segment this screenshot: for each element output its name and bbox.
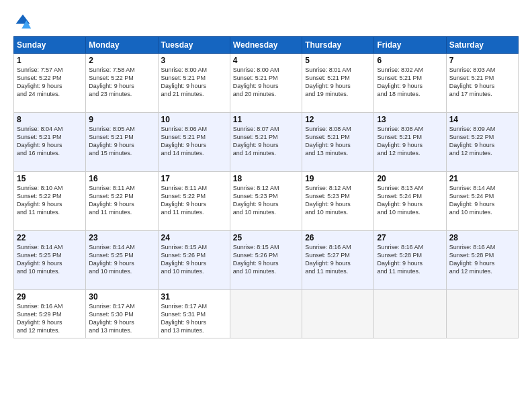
- calendar-cell: [446, 290, 518, 338]
- weekday-header: Tuesday: [158, 37, 230, 54]
- day-info: Sunrise: 7:57 AM Sunset: 5:22 PM Dayligh…: [17, 66, 83, 99]
- svg-marker-0: [16, 15, 30, 24]
- calendar-cell: 10Sunrise: 8:06 AM Sunset: 5:21 PM Dayli…: [158, 113, 230, 172]
- calendar-cell: 30Sunrise: 8:17 AM Sunset: 5:30 PM Dayli…: [86, 290, 158, 338]
- day-number: 26: [305, 233, 371, 242]
- weekday-header: Thursday: [302, 37, 374, 54]
- day-info: Sunrise: 8:17 AM Sunset: 5:31 PM Dayligh…: [161, 302, 227, 335]
- day-number: 14: [449, 115, 515, 124]
- day-info: Sunrise: 8:16 AM Sunset: 5:27 PM Dayligh…: [305, 243, 371, 276]
- calendar-cell: 19Sunrise: 8:12 AM Sunset: 5:23 PM Dayli…: [302, 172, 374, 231]
- day-info: Sunrise: 8:15 AM Sunset: 5:26 PM Dayligh…: [161, 243, 227, 276]
- calendar-cell: 16Sunrise: 8:11 AM Sunset: 5:22 PM Dayli…: [86, 172, 158, 231]
- day-number: 19: [305, 174, 371, 183]
- day-number: 4: [233, 56, 299, 65]
- calendar-cell: 24Sunrise: 8:15 AM Sunset: 5:26 PM Dayli…: [158, 231, 230, 290]
- day-number: 21: [449, 174, 515, 183]
- day-info: Sunrise: 8:14 AM Sunset: 5:24 PM Dayligh…: [449, 184, 515, 217]
- calendar-cell: 2Sunrise: 7:58 AM Sunset: 5:22 PM Daylig…: [86, 54, 158, 113]
- day-number: 13: [377, 115, 443, 124]
- day-number: 16: [89, 174, 154, 183]
- calendar-cell: [230, 290, 302, 338]
- day-info: Sunrise: 8:09 AM Sunset: 5:22 PM Dayligh…: [449, 125, 515, 158]
- day-number: 24: [161, 233, 227, 242]
- day-number: 10: [161, 115, 227, 124]
- calendar-header-row: SundayMondayTuesdayWednesdayThursdayFrid…: [14, 37, 519, 54]
- day-number: 30: [89, 292, 154, 302]
- day-info: Sunrise: 8:11 AM Sunset: 5:22 PM Dayligh…: [89, 184, 154, 217]
- day-info: Sunrise: 8:04 AM Sunset: 5:21 PM Dayligh…: [17, 125, 83, 158]
- day-info: Sunrise: 8:13 AM Sunset: 5:24 PM Dayligh…: [377, 184, 443, 217]
- weekday-header: Monday: [86, 37, 158, 54]
- day-number: 11: [233, 115, 299, 124]
- day-info: Sunrise: 8:03 AM Sunset: 5:21 PM Dayligh…: [449, 66, 515, 99]
- day-number: 7: [449, 56, 515, 65]
- day-number: 31: [161, 292, 227, 302]
- day-number: 1: [17, 56, 83, 65]
- day-info: Sunrise: 8:12 AM Sunset: 5:23 PM Dayligh…: [305, 184, 371, 217]
- calendar-cell: [374, 290, 446, 338]
- calendar-cell: 1Sunrise: 7:57 AM Sunset: 5:22 PM Daylig…: [14, 54, 86, 113]
- day-number: 18: [233, 174, 299, 183]
- day-number: 23: [89, 233, 154, 242]
- day-info: Sunrise: 8:08 AM Sunset: 5:21 PM Dayligh…: [305, 125, 371, 158]
- day-number: 22: [17, 233, 83, 242]
- day-info: Sunrise: 8:00 AM Sunset: 5:21 PM Dayligh…: [161, 66, 227, 99]
- day-number: 28: [449, 233, 515, 242]
- day-info: Sunrise: 8:02 AM Sunset: 5:21 PM Dayligh…: [377, 66, 443, 99]
- day-info: Sunrise: 8:00 AM Sunset: 5:21 PM Dayligh…: [233, 66, 299, 99]
- weekday-header: Sunday: [14, 37, 86, 54]
- day-info: Sunrise: 8:16 AM Sunset: 5:28 PM Dayligh…: [377, 243, 443, 276]
- day-info: Sunrise: 7:58 AM Sunset: 5:22 PM Dayligh…: [89, 66, 154, 99]
- calendar-cell: 22Sunrise: 8:14 AM Sunset: 5:25 PM Dayli…: [14, 231, 86, 290]
- calendar-cell: 27Sunrise: 8:16 AM Sunset: 5:28 PM Dayli…: [374, 231, 446, 290]
- day-number: 29: [17, 292, 83, 302]
- day-info: Sunrise: 8:17 AM Sunset: 5:30 PM Dayligh…: [89, 302, 154, 335]
- day-info: Sunrise: 8:14 AM Sunset: 5:25 PM Dayligh…: [17, 243, 83, 276]
- calendar-cell: 8Sunrise: 8:04 AM Sunset: 5:21 PM Daylig…: [14, 113, 86, 172]
- day-info: Sunrise: 8:07 AM Sunset: 5:21 PM Dayligh…: [233, 125, 299, 158]
- day-info: Sunrise: 8:12 AM Sunset: 5:23 PM Dayligh…: [233, 184, 299, 217]
- day-number: 2: [89, 56, 154, 65]
- day-number: 8: [17, 115, 83, 124]
- day-number: 15: [17, 174, 83, 183]
- day-info: Sunrise: 8:16 AM Sunset: 5:29 PM Dayligh…: [17, 302, 83, 335]
- calendar-cell: 15Sunrise: 8:10 AM Sunset: 5:22 PM Dayli…: [14, 172, 86, 231]
- calendar-cell: 28Sunrise: 8:16 AM Sunset: 5:28 PM Dayli…: [446, 231, 518, 290]
- calendar-cell: 3Sunrise: 8:00 AM Sunset: 5:21 PM Daylig…: [158, 54, 230, 113]
- weekday-header: Wednesday: [230, 37, 302, 54]
- calendar-cell: 17Sunrise: 8:11 AM Sunset: 5:22 PM Dayli…: [158, 172, 230, 231]
- calendar-cell: 26Sunrise: 8:16 AM Sunset: 5:27 PM Dayli…: [302, 231, 374, 290]
- day-number: 9: [89, 115, 154, 124]
- day-number: 20: [377, 174, 443, 183]
- day-info: Sunrise: 8:01 AM Sunset: 5:21 PM Dayligh…: [305, 66, 371, 99]
- header: [13, 12, 519, 31]
- calendar-cell: 11Sunrise: 8:07 AM Sunset: 5:21 PM Dayli…: [230, 113, 302, 172]
- day-info: Sunrise: 8:10 AM Sunset: 5:22 PM Dayligh…: [17, 184, 83, 217]
- day-info: Sunrise: 8:06 AM Sunset: 5:21 PM Dayligh…: [161, 125, 227, 158]
- calendar-cell: 5Sunrise: 8:01 AM Sunset: 5:21 PM Daylig…: [302, 54, 374, 113]
- calendar-cell: 29Sunrise: 8:16 AM Sunset: 5:29 PM Dayli…: [14, 290, 86, 338]
- calendar-cell: 6Sunrise: 8:02 AM Sunset: 5:21 PM Daylig…: [374, 54, 446, 113]
- calendar-cell: 21Sunrise: 8:14 AM Sunset: 5:24 PM Dayli…: [446, 172, 518, 231]
- weekday-header: Saturday: [446, 37, 518, 54]
- calendar-cell: 9Sunrise: 8:05 AM Sunset: 5:21 PM Daylig…: [86, 113, 158, 172]
- day-number: 17: [161, 174, 227, 183]
- calendar-cell: 23Sunrise: 8:14 AM Sunset: 5:25 PM Dayli…: [86, 231, 158, 290]
- day-number: 5: [305, 56, 371, 65]
- page: SundayMondayTuesdayWednesdayThursdayFrid…: [0, 0, 532, 411]
- weekday-header: Friday: [374, 37, 446, 54]
- day-number: 6: [377, 56, 443, 65]
- logo-icon: [13, 12, 32, 31]
- calendar-cell: 12Sunrise: 8:08 AM Sunset: 5:21 PM Dayli…: [302, 113, 374, 172]
- day-number: 3: [161, 56, 227, 65]
- day-number: 27: [377, 233, 443, 242]
- day-info: Sunrise: 8:14 AM Sunset: 5:25 PM Dayligh…: [89, 243, 154, 276]
- calendar-cell: 7Sunrise: 8:03 AM Sunset: 5:21 PM Daylig…: [446, 54, 518, 113]
- day-info: Sunrise: 8:05 AM Sunset: 5:21 PM Dayligh…: [89, 125, 154, 158]
- calendar-cell: 20Sunrise: 8:13 AM Sunset: 5:24 PM Dayli…: [374, 172, 446, 231]
- calendar-cell: 14Sunrise: 8:09 AM Sunset: 5:22 PM Dayli…: [446, 113, 518, 172]
- calendar-cell: 4Sunrise: 8:00 AM Sunset: 5:21 PM Daylig…: [230, 54, 302, 113]
- calendar-cell: 18Sunrise: 8:12 AM Sunset: 5:23 PM Dayli…: [230, 172, 302, 231]
- calendar-cell: [302, 290, 374, 338]
